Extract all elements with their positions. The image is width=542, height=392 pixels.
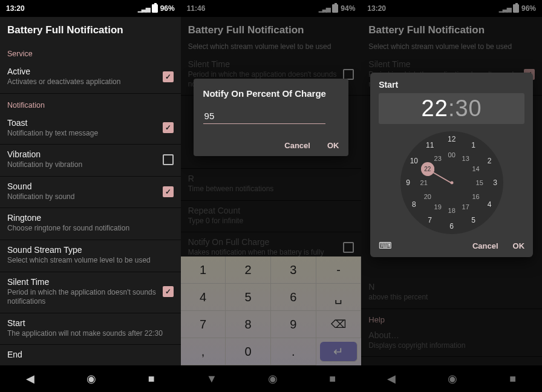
checkbox-active[interactable] <box>163 71 174 82</box>
clock-hour-10[interactable]: 10 <box>410 157 418 165</box>
dialog-overlay: Start 22:30 1212345678910110013141516171… <box>361 0 542 392</box>
row-active[interactable]: Active Activates or deactivates applicat… <box>0 62 181 94</box>
clock-hour-9[interactable]: 9 <box>406 178 410 187</box>
screen-time-picker: 13:20 ▁▃ ▅ 96% Battery Full Notification… <box>361 0 542 392</box>
clock-hour-19[interactable]: 19 <box>434 203 442 211</box>
hour-value[interactable]: 22 <box>422 96 448 121</box>
nav-home-icon[interactable]: ◉ <box>87 372 96 385</box>
time-display: 22:30 <box>379 93 524 124</box>
clock-hour-1[interactable]: 1 <box>471 141 475 149</box>
row-sound[interactable]: Sound Notification by sound <box>0 177 181 209</box>
wifi-icon: ▁▃ ▅ <box>138 5 149 12</box>
battery-percent: 96% <box>160 4 175 13</box>
row-end[interactable]: End <box>0 345 181 365</box>
clock-hour-13[interactable]: 13 <box>462 155 469 162</box>
row-vibration[interactable]: Vibration Notification by vibration <box>0 145 181 177</box>
clock-hour-17[interactable]: 17 <box>462 203 469 211</box>
clock-hour-16[interactable]: 16 <box>472 193 479 200</box>
keyboard-icon[interactable]: ⌨ <box>379 240 392 251</box>
clock-face[interactable]: 121234567891011001314151617181920212223 <box>400 131 503 234</box>
clock-hour-2[interactable]: 2 <box>488 157 492 165</box>
dialog-title: Notify On Percent Of Charge <box>203 88 339 99</box>
row-active-sub: Activates or deactivates application <box>7 77 159 87</box>
status-bar: 13:20 ▁▃ ▅ 96% <box>0 0 181 17</box>
percent-dialog: Notify On Percent Of Charge Cancel OK <box>194 79 349 156</box>
percent-input[interactable] <box>203 108 325 124</box>
clock-hour-15[interactable]: 15 <box>476 179 483 186</box>
status-time: 13:20 <box>6 4 25 13</box>
clock-hour-21[interactable]: 21 <box>420 179 428 186</box>
clock-hour-5[interactable]: 5 <box>471 216 475 224</box>
clock-hour-18[interactable]: 18 <box>448 207 455 214</box>
row-start[interactable]: Start The application will not make soun… <box>0 313 181 345</box>
row-active-title: Active <box>7 67 159 76</box>
clock-hour-3[interactable]: 3 <box>493 178 497 187</box>
nav-bar: ◀ ◉ ■ <box>0 365 181 392</box>
clock-hour-6[interactable]: 6 <box>449 222 454 230</box>
clock-hour-11[interactable]: 11 <box>426 141 434 149</box>
cancel-button[interactable]: Cancel <box>284 141 310 150</box>
ok-button[interactable]: OK <box>327 141 339 150</box>
clock-selected-hour[interactable]: 22 <box>421 162 434 175</box>
cancel-button[interactable]: Cancel <box>472 241 498 250</box>
section-service: Service <box>0 42 181 62</box>
row-sound-stream[interactable]: Sound Stream Type Select which stream vo… <box>0 240 181 272</box>
clock-hour-7[interactable]: 7 <box>428 216 432 224</box>
dialog-title: Start <box>379 80 524 90</box>
nav-recent-icon[interactable]: ■ <box>148 373 155 385</box>
checkbox-toast[interactable] <box>163 122 174 133</box>
minute-value[interactable]: 30 <box>455 96 482 121</box>
row-toast[interactable]: Toast Notification by text message <box>0 113 181 145</box>
section-notification: Notification <box>0 94 181 113</box>
clock-hour-4[interactable]: 4 <box>488 200 492 209</box>
row-ringtone[interactable]: Ringtone Choose ringtone for sound notif… <box>0 208 181 240</box>
screen-settings: 13:20 ▁▃ ▅ 96% Battery Full Notification… <box>0 0 181 392</box>
battery-icon <box>152 4 158 13</box>
nav-back-icon[interactable]: ◀ <box>26 372 34 385</box>
screen-percent-dialog: 11:46 ▁▃ ▅ 94% Battery Full Notification… <box>181 0 362 392</box>
row-silent-time[interactable]: Silent Time Period in which the applicat… <box>0 272 181 313</box>
dialog-overlay: Notify On Percent Of Charge Cancel OK <box>181 0 362 392</box>
clock-hour-8[interactable]: 8 <box>412 200 416 209</box>
clock-hour-14[interactable]: 14 <box>472 165 479 172</box>
ok-button[interactable]: OK <box>513 241 525 250</box>
checkbox-vibration[interactable] <box>163 154 174 165</box>
clock-hour-12[interactable]: 12 <box>448 135 455 143</box>
clock-hour-20[interactable]: 20 <box>424 193 431 200</box>
app-title: Battery Full Notification <box>0 17 181 42</box>
clock-hour-00[interactable]: 00 <box>448 151 455 158</box>
time-picker-dialog: Start 22:30 1212345678910110013141516171… <box>370 73 533 257</box>
checkbox-sound[interactable] <box>163 186 174 197</box>
clock-hour-23[interactable]: 23 <box>434 155 442 162</box>
checkbox-silent-time[interactable] <box>163 286 174 297</box>
